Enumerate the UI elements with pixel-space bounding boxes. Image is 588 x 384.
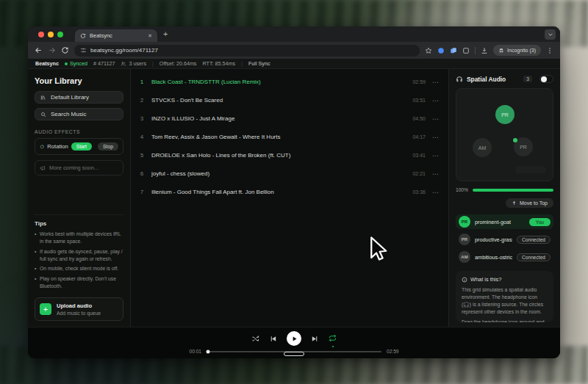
what-is-this-box: What is this? This grid simulates a spat… bbox=[456, 271, 553, 322]
spatial-audio-panel: Spatial Audio 3 PR AM PR 100% Move to To… bbox=[448, 69, 560, 327]
avatar: PR bbox=[459, 233, 470, 245]
track-duration: 03:41 bbox=[412, 153, 426, 158]
total-time: 02:59 bbox=[387, 349, 399, 354]
track-title: STVCKS - Don't Be Scared bbox=[151, 97, 412, 104]
extensions-puzzle-icon[interactable] bbox=[462, 47, 470, 54]
rotation-label: Rotation bbox=[47, 143, 68, 150]
user-row[interactable]: PR prominent-goat You bbox=[456, 214, 553, 229]
track-row[interactable]: 1 Black Coast - TRNDSTTR (Lucian Remix) … bbox=[131, 73, 448, 91]
player-controls bbox=[28, 327, 560, 346]
move-to-top-button[interactable]: Move to Top bbox=[506, 198, 553, 208]
active-dot-icon bbox=[513, 138, 517, 142]
track-row[interactable]: 5 DROELOE x San Holo - Lines of the Brok… bbox=[131, 146, 448, 164]
address-bar[interactable]: beatsync.gg/room/471127 bbox=[74, 45, 420, 57]
track-row[interactable]: 7 Illenium - Good Things Fall Apart ft. … bbox=[131, 183, 448, 201]
device-node[interactable]: PR bbox=[514, 137, 533, 156]
room-id[interactable]: # 471127 bbox=[93, 60, 115, 67]
users-count[interactable]: 3 users bbox=[121, 60, 146, 67]
rotation-start-button[interactable]: Start bbox=[71, 142, 92, 151]
tips-list: Works best with multiple devices IRL in … bbox=[35, 231, 123, 290]
tab-beatsync[interactable]: Beatsync ✕ bbox=[75, 29, 157, 42]
tab-strip: Beatsync ✕ + bbox=[28, 26, 560, 42]
grid-faint-pill bbox=[515, 166, 546, 173]
sync-status: Synced bbox=[65, 60, 87, 67]
shuffle-icon[interactable] bbox=[251, 335, 259, 343]
track-row[interactable]: 4 Tom Reev, Assix & Jason Gewalt - Where… bbox=[131, 128, 448, 146]
repeat-icon bbox=[329, 334, 337, 342]
forward-icon[interactable] bbox=[48, 46, 56, 54]
volume-bar[interactable] bbox=[473, 189, 553, 192]
track-duration: 02:59 bbox=[412, 79, 426, 84]
player-bar: 00:01 02:59 bbox=[28, 327, 560, 358]
seek-thumb[interactable] bbox=[207, 349, 210, 353]
user-row[interactable]: PR productive-grassho... Connected bbox=[456, 232, 553, 247]
tab-title: Beatsync bbox=[90, 32, 144, 39]
tab-search-button[interactable] bbox=[545, 29, 556, 40]
track-duration: 02:21 bbox=[412, 171, 426, 176]
incognito-badge[interactable]: Incognito (3) bbox=[493, 45, 541, 56]
connected-badge: Connected bbox=[517, 253, 551, 261]
previous-track-icon[interactable] bbox=[269, 335, 277, 343]
url-text: beatsync.gg/room/471127 bbox=[90, 47, 158, 54]
track-duration: 04:17 bbox=[412, 134, 426, 140]
users-icon bbox=[121, 61, 126, 67]
play-icon bbox=[291, 336, 298, 342]
track-title: Illenium - Good Things Fall Apart ft. Jo… bbox=[151, 189, 412, 195]
upload-audio-button[interactable]: + Upload audio Add music to queue bbox=[35, 297, 123, 321]
user-name: prominent-goat bbox=[475, 219, 525, 225]
rotation-stop-button[interactable]: Stop bbox=[98, 142, 118, 151]
tips-title: Tips bbox=[35, 220, 123, 227]
new-tab-icon[interactable]: + bbox=[163, 30, 168, 38]
plus-icon: + bbox=[40, 303, 51, 315]
toggle-knob bbox=[541, 76, 547, 82]
browser-window: Beatsync ✕ + beatsync.gg/room/471127 bbox=[28, 26, 560, 358]
user-row[interactable]: AM ambitious-ostrich Connected bbox=[456, 250, 553, 264]
full-sync-button[interactable]: Full Sync bbox=[248, 60, 270, 67]
headphones-icon bbox=[456, 76, 463, 83]
play-button[interactable] bbox=[287, 331, 301, 346]
incognito-label: Incognito (3) bbox=[507, 48, 536, 53]
audio-effects-label: AUDIO EFFECTS bbox=[35, 129, 123, 134]
browser-menu-icon[interactable] bbox=[546, 47, 553, 54]
collections-icon[interactable] bbox=[450, 47, 457, 54]
tab-close-icon[interactable]: ✕ bbox=[148, 33, 152, 39]
incognito-icon bbox=[498, 48, 504, 54]
tip-item: On mobile, check silent mode is off. bbox=[35, 265, 123, 272]
back-icon[interactable] bbox=[35, 46, 43, 54]
reload-icon[interactable] bbox=[61, 46, 69, 54]
status-divider: | bbox=[152, 60, 154, 67]
listener-node[interactable]: PR bbox=[495, 105, 514, 124]
downloads-icon[interactable] bbox=[481, 47, 488, 54]
toolbar-divider bbox=[475, 47, 476, 54]
maximize-window-button[interactable] bbox=[57, 32, 63, 37]
next-track-icon[interactable] bbox=[311, 335, 319, 343]
info-icon bbox=[462, 277, 467, 283]
spatial-grid[interactable]: PR AM PR bbox=[456, 88, 553, 181]
site-settings-icon[interactable] bbox=[80, 47, 87, 54]
spatial-toggle[interactable] bbox=[539, 75, 553, 83]
track-row[interactable]: 6 joyful - chess (slowed) 02:21 ⋯ bbox=[131, 164, 448, 183]
spatial-header: Spatial Audio 3 bbox=[456, 75, 553, 83]
avatar: AM bbox=[459, 251, 470, 263]
device-node[interactable]: AM bbox=[473, 138, 492, 157]
library-title: Your Library bbox=[35, 76, 123, 85]
extension-blue-icon[interactable] bbox=[437, 47, 445, 54]
repeat-button[interactable] bbox=[329, 332, 337, 345]
track-title: INZO x ILLUSIO - Just A Mirage bbox=[151, 115, 412, 122]
megaphone-icon bbox=[40, 165, 46, 171]
close-window-button[interactable] bbox=[38, 32, 44, 37]
track-row[interactable]: 2 STVCKS - Don't Be Scared 03:51 ⋯ bbox=[131, 91, 448, 109]
minimize-window-button[interactable] bbox=[48, 32, 54, 37]
more-coming-soon: More coming soon... bbox=[35, 160, 123, 175]
search-music-button[interactable]: Search Music bbox=[35, 108, 123, 120]
track-row[interactable]: 3 INZO x ILLUSIO - Just A Mirage 04:50 ⋯ bbox=[131, 109, 448, 128]
upload-title: Upload audio bbox=[57, 303, 101, 309]
mouse-cursor bbox=[367, 236, 389, 265]
bookmark-star-icon[interactable] bbox=[425, 47, 432, 54]
default-library-button[interactable]: Default Library bbox=[35, 91, 123, 104]
user-name: productive-grassho... bbox=[475, 236, 512, 243]
info-paragraph: Drag the headphone icon around and hear … bbox=[462, 319, 548, 322]
user-list: PR prominent-goat You PR productive-gras… bbox=[456, 214, 553, 264]
sync-dot-icon bbox=[65, 62, 68, 65]
upload-subtitle: Add music to queue bbox=[57, 311, 101, 316]
